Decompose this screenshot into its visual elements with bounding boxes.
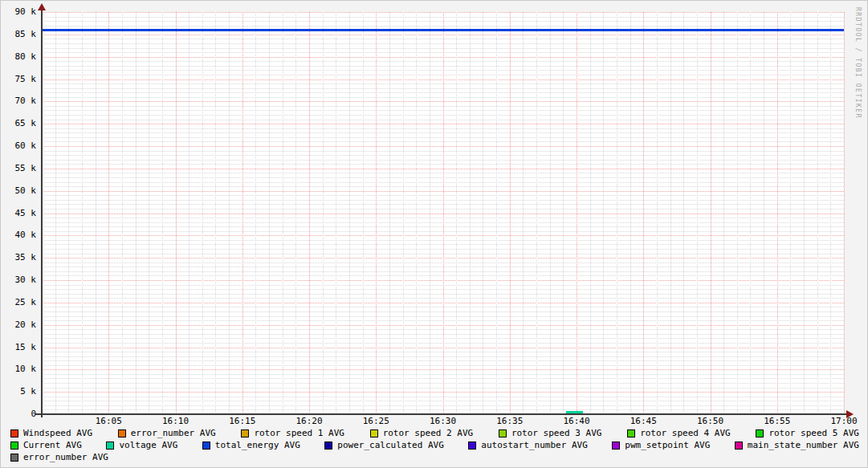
minor-vgrid: [657, 12, 658, 414]
major-vgrid: [844, 12, 845, 414]
legend-item-current-avg: Current AVG: [10, 440, 82, 450]
minor-vgrid: [617, 12, 617, 414]
minor-vgrid: [523, 12, 524, 414]
minor-vgrid: [563, 12, 564, 414]
legend-item-rotor-speed-2-avg: rotor speed 2 AVG: [370, 428, 474, 438]
major-vgrid: [242, 12, 243, 414]
x-tick-label: 16:20: [291, 417, 327, 426]
minor-vgrid: [590, 12, 591, 414]
legend-label: rotor speed 2 AVG: [383, 428, 474, 438]
y-tick-label: 55 k: [1, 164, 36, 173]
minor-vgrid: [550, 12, 551, 414]
legend-label: pwm_setpoint AVG: [625, 440, 710, 450]
minor-vgrid: [737, 12, 738, 414]
minor-vgrid: [536, 12, 537, 414]
watermark: RRDTOOL / TOBI OETIKER: [854, 7, 862, 119]
legend-swatch-icon: [202, 442, 210, 450]
y-axis: [41, 8, 43, 417]
major-vgrid: [711, 12, 711, 414]
legend-row: Windspeed AVGerror_number AVGrotor speed…: [10, 427, 859, 439]
x-tick-label: 16:55: [760, 417, 795, 426]
legend-item-rotor-speed-3-avg: rotor speed 3 AVG: [499, 428, 602, 438]
legend-swatch-icon: [241, 429, 249, 437]
y-tick-label: 0: [1, 409, 36, 419]
legend-swatch-icon: [324, 442, 332, 450]
y-tick-label: 65 k: [1, 119, 36, 128]
legend-item-voltage-avg: voltage AVG: [106, 440, 177, 450]
minor-vgrid: [323, 12, 324, 414]
minor-vgrid: [149, 12, 149, 414]
y-tick-label: 10 k: [1, 364, 36, 374]
y-tick-label: 90 k: [1, 7, 36, 17]
minor-vgrid: [136, 12, 137, 414]
minor-vgrid: [817, 12, 818, 414]
legend-swatch-icon: [735, 442, 743, 450]
major-vgrid: [777, 12, 778, 414]
y-tick-label: 30 k: [1, 275, 36, 285]
legend-item-error-number-avg: error_number AVG: [118, 428, 216, 438]
y-tick-label: 70 k: [1, 96, 36, 106]
legend-label: main_state_number AVG: [748, 440, 859, 450]
minor-vgrid: [804, 12, 805, 414]
legend-label: Current AVG: [23, 440, 82, 450]
legend-row: Current AVGvoltage AVGtotal_energy AVGpo…: [10, 439, 859, 451]
minor-vgrid: [122, 12, 123, 414]
legend-label: error_number AVG: [131, 428, 216, 438]
minor-vgrid: [483, 12, 483, 414]
minor-vgrid: [189, 12, 189, 414]
minor-vgrid: [336, 12, 336, 414]
minor-vgrid: [202, 12, 203, 414]
minor-vgrid: [764, 12, 764, 414]
minor-vgrid: [255, 12, 256, 414]
legend-item-rotor-speed-4-avg: rotor speed 4 AVG: [627, 428, 731, 438]
legend-swatch-icon: [612, 442, 620, 450]
y-tick-label: 40 k: [1, 230, 36, 240]
y-axis-arrow-icon: [38, 3, 46, 10]
x-tick-label: 17:00: [826, 417, 862, 426]
y-tick-label: 45 k: [1, 209, 36, 218]
legend-label: error_number AVG: [23, 452, 108, 462]
legend-label: voltage AVG: [119, 440, 177, 450]
legend-swatch-icon: [10, 429, 18, 437]
y-tick-label: 5 k: [1, 387, 36, 397]
x-tick-label: 16:30: [426, 417, 461, 426]
legend-label: rotor speed 5 AVG: [768, 428, 859, 438]
legend-item-autostart-number-avg: autostart_number AVG: [468, 440, 587, 450]
legend-label: autostart_number AVG: [481, 440, 587, 450]
minor-vgrid: [470, 12, 471, 414]
legend-swatch-icon: [756, 429, 764, 437]
y-tick-label: 15 k: [1, 343, 36, 352]
minor-vgrid: [683, 12, 684, 414]
legend-swatch-icon: [10, 442, 18, 450]
y-tick-label: 75 k: [1, 75, 36, 84]
minor-vgrid: [363, 12, 364, 414]
x-tick-label: 16:15: [225, 417, 260, 426]
major-vgrid: [510, 12, 511, 414]
x-tick-label: 16:45: [626, 417, 661, 426]
legend-swatch-icon: [627, 429, 635, 437]
minor-vgrid: [229, 12, 230, 414]
legend-item-windspeed-avg: Windspeed AVG: [10, 428, 92, 438]
minor-vgrid: [496, 12, 497, 414]
legend-item-pwm-setpoint-avg: pwm_setpoint AVG: [612, 440, 710, 450]
major-vgrid: [577, 12, 577, 414]
minor-vgrid: [55, 12, 56, 414]
minor-vgrid: [630, 12, 631, 414]
major-vgrid: [108, 12, 109, 414]
minor-vgrid: [82, 12, 83, 414]
minor-vgrid: [416, 12, 417, 414]
x-tick-label: 16:50: [693, 417, 728, 426]
major-vgrid: [309, 12, 310, 414]
major-vgrid: [443, 12, 444, 414]
minor-vgrid: [349, 12, 350, 414]
x-tick-label: 16:25: [358, 417, 393, 426]
y-tick-label: 35 k: [1, 253, 36, 262]
legend-swatch-icon: [106, 442, 114, 450]
series-total-energy-avg: [42, 29, 844, 31]
legend-label: rotor speed 1 AVG: [254, 428, 344, 438]
x-axis: [35, 413, 848, 415]
minor-vgrid: [790, 12, 791, 414]
legend: Windspeed AVGerror_number AVGrotor speed…: [10, 427, 859, 463]
minor-vgrid: [283, 12, 283, 414]
legend-label: power_calculated AVG: [337, 440, 443, 450]
